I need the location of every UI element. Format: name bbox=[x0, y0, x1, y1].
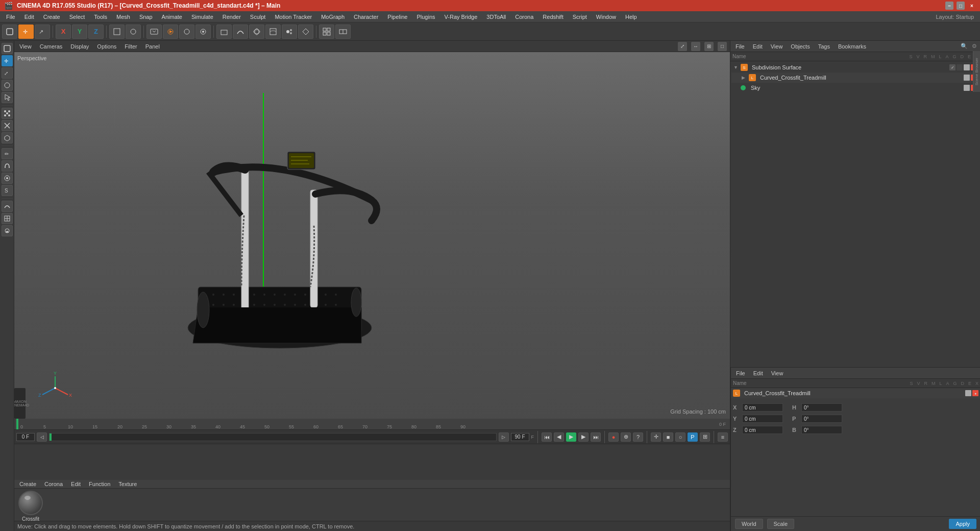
menu-vray[interactable]: V-Ray Bridge bbox=[440, 13, 482, 21]
tool-object-mode[interactable] bbox=[2, 43, 13, 54]
playback-help[interactable]: ? bbox=[633, 432, 643, 442]
mat-tab-texture[interactable]: Texture bbox=[116, 480, 139, 488]
tool-pen[interactable]: ✏ bbox=[2, 148, 13, 159]
vp-nav-1[interactable]: ⤢ bbox=[678, 42, 687, 51]
minimize-button[interactable]: – bbox=[945, 2, 953, 10]
toolbar-axis-x[interactable]: X bbox=[56, 25, 71, 39]
vp-tab-panel[interactable]: Panel bbox=[143, 42, 162, 51]
toolbar-render-interactive[interactable] bbox=[163, 25, 178, 39]
menu-file[interactable]: File bbox=[2, 13, 19, 21]
coord-input-y[interactable] bbox=[742, 415, 783, 423]
menu-character[interactable]: Character bbox=[350, 13, 382, 21]
menu-script[interactable]: Script bbox=[569, 13, 591, 21]
toolbar-display-2[interactable] bbox=[335, 25, 351, 39]
menu-window[interactable]: Window bbox=[592, 13, 620, 21]
apply-button[interactable]: Apply bbox=[949, 519, 976, 529]
material-preview[interactable] bbox=[18, 491, 43, 515]
tool-paint[interactable]: S bbox=[2, 185, 13, 196]
playback-step-fwd[interactable]: ▷ bbox=[499, 432, 509, 442]
vp-nav-4[interactable]: □ bbox=[718, 42, 727, 51]
tool-points[interactable] bbox=[2, 108, 13, 119]
menu-3dtoall[interactable]: 3DToAll bbox=[482, 13, 510, 21]
menu-animate[interactable]: Animate bbox=[158, 13, 186, 21]
tool-rotate[interactable] bbox=[2, 80, 13, 91]
playback-prev-frame[interactable]: ◀ bbox=[554, 432, 564, 442]
sm-tab-tags[interactable]: Tags bbox=[816, 42, 832, 51]
tool-move[interactable]: ✛ bbox=[2, 55, 13, 66]
attr-tab-file[interactable]: File bbox=[734, 369, 747, 377]
maximize-button[interactable]: □ bbox=[957, 2, 965, 10]
sub-btn-s[interactable]: ✓ bbox=[949, 64, 955, 70]
playback-to-end[interactable]: ⏭ bbox=[591, 432, 601, 442]
toolbar-btn-2[interactable] bbox=[126, 25, 141, 39]
scene-object-subdivision[interactable]: ▼ S Subdivision Surface ✓ ● bbox=[731, 62, 979, 73]
sub-btn-v[interactable] bbox=[957, 64, 963, 70]
tool-scale[interactable]: ⤢ bbox=[2, 67, 13, 79]
sm-tab-view[interactable]: View bbox=[769, 42, 785, 51]
toolbar-display-1[interactable] bbox=[319, 25, 334, 39]
mat-tab-edit[interactable]: Edit bbox=[69, 480, 83, 488]
playback-track[interactable] bbox=[49, 433, 497, 441]
playback-to-start[interactable]: ⏮ bbox=[542, 432, 552, 442]
tool-selection[interactable] bbox=[2, 92, 13, 103]
attr-object-row[interactable]: L Curved_Crossfit_Treadmill ● bbox=[731, 388, 980, 398]
tool-edges[interactable] bbox=[2, 120, 13, 131]
menu-create[interactable]: Create bbox=[39, 13, 64, 21]
menu-simulate[interactable]: Simulate bbox=[187, 13, 217, 21]
attr-tab-edit[interactable]: Edit bbox=[751, 369, 765, 377]
scene-browser-tab[interactable]: Scene Browser bbox=[973, 51, 980, 92]
menu-pipeline[interactable]: Pipeline bbox=[383, 13, 411, 21]
mat-tab-create[interactable]: Create bbox=[17, 480, 38, 488]
sm-tab-file[interactable]: File bbox=[733, 42, 747, 51]
toolbar-mograph[interactable] bbox=[282, 25, 297, 39]
pb-fcurve[interactable]: ≡ bbox=[718, 432, 728, 442]
menu-mograph[interactable]: MoGraph bbox=[317, 13, 349, 21]
pb-motion-4[interactable]: P bbox=[688, 432, 698, 442]
coord-input-p[interactable] bbox=[801, 415, 842, 423]
sm-search-icon[interactable]: 🔍 bbox=[961, 43, 968, 50]
timeline-ruler[interactable]: 0 5 10 15 20 25 30 35 40 45 50 55 60 65 … bbox=[14, 419, 730, 430]
toolbar-render-picture[interactable] bbox=[146, 25, 162, 39]
pb-motion-1[interactable]: ✛ bbox=[651, 432, 661, 442]
menu-snap[interactable]: Snap bbox=[135, 13, 157, 21]
tool-brush[interactable] bbox=[2, 173, 13, 184]
expand-icon-subdivision[interactable]: ▼ bbox=[733, 65, 739, 70]
scene-empty-area[interactable] bbox=[730, 215, 980, 368]
toolbar-render-settings[interactable] bbox=[195, 25, 211, 39]
menu-redshift[interactable]: Redshift bbox=[538, 13, 567, 21]
menu-motion-tracker[interactable]: Motion Tracker bbox=[271, 13, 316, 21]
sm-tab-edit[interactable]: Edit bbox=[751, 42, 765, 51]
attr-tab-view[interactable]: View bbox=[769, 369, 786, 377]
sm-settings-icon[interactable]: ⚙ bbox=[972, 43, 977, 50]
expand-icon-treadmill[interactable]: ▶ bbox=[742, 75, 747, 80]
toolbar-axis-z[interactable]: Z bbox=[88, 25, 104, 39]
pb-motion-2[interactable]: ■ bbox=[663, 432, 673, 442]
playback-record[interactable]: ● bbox=[608, 432, 619, 442]
menu-tools[interactable]: Tools bbox=[90, 13, 111, 21]
coord-input-x[interactable] bbox=[742, 403, 783, 412]
vp-tab-options[interactable]: Options bbox=[95, 42, 118, 51]
vp-tab-filter[interactable]: Filter bbox=[122, 42, 139, 51]
tool-sculpt-2[interactable] bbox=[2, 213, 13, 224]
vp-nav-3[interactable]: ⊞ bbox=[704, 42, 714, 51]
menu-help[interactable]: Help bbox=[621, 13, 641, 21]
menu-plugins[interactable]: Plugins bbox=[412, 13, 439, 21]
close-button[interactable]: × bbox=[968, 2, 976, 10]
mat-tab-function[interactable]: Function bbox=[87, 480, 112, 488]
menu-corona[interactable]: Corona bbox=[511, 13, 537, 21]
vp-tab-view[interactable]: View bbox=[17, 42, 34, 51]
vp-nav-2[interactable]: ↔ bbox=[691, 42, 700, 51]
tool-polygon[interactable] bbox=[2, 132, 13, 143]
toolbar-mode-move[interactable]: ✛ bbox=[18, 25, 34, 39]
menu-select[interactable]: Select bbox=[65, 13, 89, 21]
vp-tab-display[interactable]: Display bbox=[68, 42, 91, 51]
toolbar-mode-object[interactable] bbox=[2, 25, 17, 39]
menu-mesh[interactable]: Mesh bbox=[112, 13, 134, 21]
playback-record-auto[interactable]: ⊕ bbox=[621, 432, 631, 442]
mat-tab-corona[interactable]: Corona bbox=[42, 480, 65, 488]
toolbar-effector[interactable] bbox=[298, 25, 313, 39]
toolbar-axis-y[interactable]: Y bbox=[72, 25, 87, 39]
toolbar-deformer[interactable] bbox=[265, 25, 281, 39]
vp-tab-cameras[interactable]: Cameras bbox=[38, 42, 65, 51]
pb-motion-3[interactable]: ○ bbox=[675, 432, 685, 442]
